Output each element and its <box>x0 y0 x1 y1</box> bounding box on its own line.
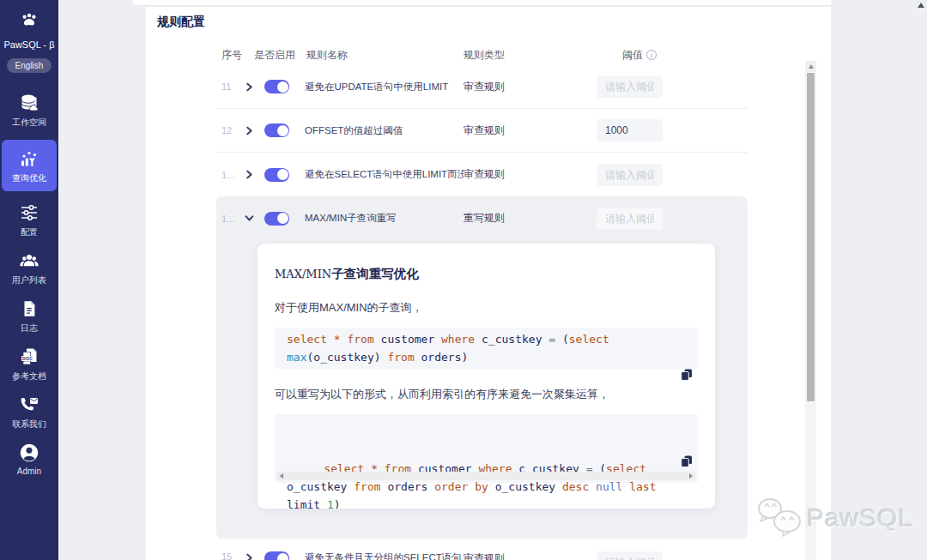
sql-code: select * from customer where c_custkey =… <box>287 462 663 509</box>
sidebar-item-label: 参考文档 <box>12 370 46 382</box>
chevron-right-icon[interactable] <box>243 551 255 560</box>
scroll-left-arrow-icon[interactable] <box>280 473 283 479</box>
col-header-type: 规则类型 <box>464 48 597 63</box>
sidebar-item-settings[interactable]: 配置 <box>3 202 55 238</box>
rule-name: OFFSET的值超过阈值 <box>305 124 464 137</box>
rule-type: 审查规则 <box>464 123 597 138</box>
logs-icon <box>18 298 40 320</box>
table-row[interactable]: 15 避免无条件且无分组的SELECT语句 审查规则 <box>216 545 748 560</box>
vertical-scrollbar[interactable] <box>805 61 816 560</box>
top-divider-strip <box>133 0 831 6</box>
language-toggle-button[interactable]: English <box>7 58 52 73</box>
rule-detail-card: MAX/MIN子查询重写优化 对于使用MAX/MIN的子查询， select *… <box>258 244 715 509</box>
page-title: 规则配置 <box>157 15 205 30</box>
sql-code-block: select * from customer where c_custkey =… <box>275 328 698 369</box>
contact-us-icon <box>18 394 40 416</box>
rule-type: 审查规则 <box>464 80 597 94</box>
doc-badge: DOC <box>21 356 33 361</box>
workspace-icon <box>18 92 40 114</box>
reference-docs-icon: DOC <box>18 346 40 368</box>
app-name: PawSQL - β <box>3 39 54 50</box>
rule-name: 避免无条件且无分组的SELECT语句 <box>305 551 464 560</box>
sidebar-item-label: 联系我们 <box>12 418 46 431</box>
paw-icon <box>18 9 40 31</box>
table-row[interactable]: 11 避免在UPDATE语句中使用LIMIT 审查规则 <box>216 65 748 109</box>
sidebar-item-workspace[interactable]: 工作空间 <box>3 92 55 129</box>
scroll-right-arrow-icon[interactable] <box>689 473 693 479</box>
scrollbar-thumb[interactable] <box>807 73 815 401</box>
table-header-row: 序号 是否启用 规则名称 规则类型 阈值 i <box>216 45 748 65</box>
col-header-enabled: 是否启用 <box>243 48 305 63</box>
col-header-index: 序号 <box>221 48 243 63</box>
admin-avatar-icon <box>18 442 40 464</box>
row-gap <box>216 539 748 545</box>
sidebar-item-label: 工作空间 <box>12 117 46 129</box>
threshold-input[interactable] <box>597 75 663 98</box>
chevron-right-icon[interactable] <box>243 169 255 181</box>
rule-type: 重写规则 <box>464 211 597 226</box>
sidebar-nav: 工作空间 查询优化 <box>0 92 58 487</box>
row-index: 1... <box>221 170 243 180</box>
query-optimization-icon <box>18 148 40 170</box>
sidebar-item-label: 用户列表 <box>12 274 46 286</box>
enable-toggle[interactable] <box>264 123 289 137</box>
copy-icon[interactable] <box>681 418 693 431</box>
rule-type: 审查规则 <box>464 167 597 182</box>
threshold-input[interactable] <box>597 164 663 186</box>
rule-detail-paragraph: 可以重写为以下的形式，从而利用索引的有序来避免一次聚集运算， <box>275 387 698 402</box>
threshold-input[interactable] <box>597 119 663 142</box>
threshold-input[interactable] <box>597 551 663 560</box>
copy-icon[interactable] <box>681 332 693 344</box>
rule-name: MAX/MIN子查询重写 <box>305 212 464 225</box>
rule-type: 审查规则 <box>464 551 597 560</box>
enable-toggle[interactable] <box>264 168 289 182</box>
rule-config-panel: 规则配置 序号 是否启用 规则名称 规则类型 阈值 i 11 避免在UPDATE <box>146 7 831 560</box>
row-index: 11 <box>221 81 243 92</box>
chevron-down-icon[interactable] <box>243 213 255 225</box>
info-circle-icon[interactable]: i <box>646 50 657 60</box>
rule-detail-heading: MAX/MIN子查询重写优化 <box>275 266 698 282</box>
col-header-threshold: 阈值 i <box>597 48 663 63</box>
sidebar-item-label: 查询优化 <box>12 172 46 184</box>
sql-code-block: select * from customer where c_custkey =… <box>275 414 698 483</box>
enable-toggle[interactable] <box>264 80 289 93</box>
sidebar-item-user-list[interactable]: 用户列表 <box>3 250 55 286</box>
table-row[interactable]: 12 OFFSET的值超过阈值 审查规则 <box>216 109 748 153</box>
page-scroll-up-arrow-icon[interactable] <box>918 3 924 8</box>
table-row-expanded[interactable]: 1... MAX/MIN子查询重写 重写规则 <box>216 196 748 240</box>
row-index: 15 <box>221 551 243 560</box>
sql-code: select * from customer where c_custkey =… <box>287 330 686 366</box>
chevron-right-icon[interactable] <box>243 124 255 136</box>
rule-detail-paragraph: 对于使用MAX/MIN的子查询， <box>275 300 698 316</box>
scroll-up-button[interactable] <box>805 61 816 72</box>
col-header-name: 规则名称 <box>305 48 464 63</box>
settings-sliders-icon <box>18 202 40 224</box>
sidebar-item-reference-docs[interactable]: DOC 参考文档 <box>3 346 55 382</box>
rule-name: 避免在SELECT语句中使用LIMIT而没... <box>305 168 464 181</box>
enable-toggle[interactable] <box>264 212 289 226</box>
sidebar-item-label: 日志 <box>21 322 38 334</box>
rule-table: 序号 是否启用 规则名称 规则类型 阈值 i 11 避免在UPDATE语句中使用… <box>216 45 748 560</box>
sidebar-item-label: 配置 <box>21 226 38 238</box>
table-row[interactable]: 1... 避免在SELECT语句中使用LIMIT而没... 审查规则 <box>216 153 748 196</box>
row-index: 12 <box>221 125 243 135</box>
scroll-up-arrow-icon <box>809 64 814 69</box>
sidebar-item-contact-us[interactable]: 联系我们 <box>3 394 55 431</box>
app-window: PawSQL - β English 工作空间 <box>0 0 927 560</box>
chevron-right-icon[interactable] <box>243 81 255 93</box>
row-index: 1... <box>221 214 243 224</box>
sidebar-item-admin[interactable]: Admin <box>3 442 55 476</box>
enable-toggle[interactable] <box>264 551 289 560</box>
rule-name: 避免在UPDATE语句中使用LIMIT <box>305 81 464 93</box>
horizontal-scrollbar[interactable] <box>277 472 695 480</box>
sidebar-item-logs[interactable]: 日志 <box>3 298 55 334</box>
sidebar: PawSQL - β English 工作空间 <box>0 0 58 560</box>
sidebar-item-label: Admin <box>17 467 41 476</box>
user-list-icon <box>18 250 40 272</box>
sidebar-item-query-optimization[interactable]: 查询优化 <box>2 140 57 191</box>
expanded-rule-block: 1... MAX/MIN子查询重写 重写规则 MAX/MIN子查询重写优化 对于… <box>216 196 748 539</box>
threshold-input[interactable] <box>597 208 663 230</box>
